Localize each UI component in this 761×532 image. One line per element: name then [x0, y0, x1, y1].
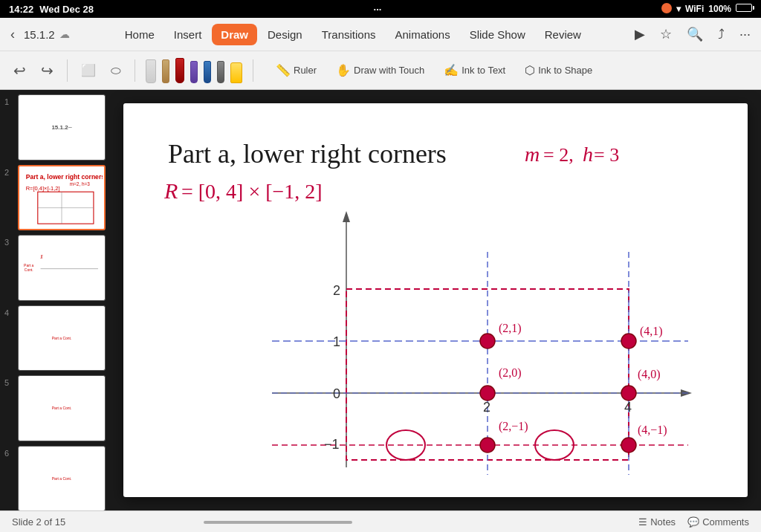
slide-thumb-2[interactable]: 2 Part a, lower right corners m=2, h=3 R… [4, 165, 106, 231]
svg-text:(2,1): (2,1) [499, 322, 522, 335]
play-button[interactable]: ▶ [630, 22, 650, 47]
svg-text:Part a, lower right corners: Part a, lower right corners [168, 139, 447, 169]
draw-with-touch-button[interactable]: ✋ Draw with Touch [328, 59, 432, 81]
ruler-label: Ruler [294, 65, 317, 76]
toolbar-separator-1 [67, 59, 68, 82]
star-button[interactable]: ☆ [655, 22, 676, 47]
notes-button[interactable]: ☰ Notes [638, 516, 676, 528]
tab-animations[interactable]: Animations [386, 24, 459, 45]
slide-number-3: 3 [4, 235, 15, 247]
tab-slideshow[interactable]: Slide Show [461, 24, 534, 45]
svg-text:m=2, h=3: m=2, h=3 [70, 181, 91, 186]
ink-shape-icon: ⬡ [525, 63, 535, 77]
svg-text:(4,0): (4,0) [638, 368, 661, 381]
status-bar: 14:22 Wed Dec 28 ··· ▾ WiFi 100% [0, 0, 761, 18]
draw-toolbar: ↩ ↪ ⬜ ⬭ [0, 51, 761, 89]
ink-to-text-label: Ink to Text [462, 65, 505, 76]
comments-icon: 💬 [687, 516, 699, 528]
cloud-icon: ☁ [59, 28, 70, 40]
battery-label: 100% [708, 4, 731, 14]
search-button[interactable]: 🔍 [682, 22, 707, 47]
slide-number-1: 1 [4, 94, 15, 106]
slide-number-2: 2 [4, 165, 15, 177]
svg-text:4: 4 [624, 400, 632, 415]
slide-thumb-4[interactable]: 4 Part a Cont. [4, 305, 106, 372]
svg-text:2: 2 [483, 400, 490, 415]
svg-text:R=[0,4]×[-1,2]: R=[0,4]×[-1,2] [26, 185, 60, 192]
svg-point-34 [621, 386, 636, 400]
main-nav: ‹ 15.1.2 ☁ Home Insert Draw Design Trans… [0, 18, 761, 51]
tab-home[interactable]: Home [116, 24, 163, 45]
time: 14:22 [9, 4, 33, 15]
svg-text:2: 2 [333, 283, 340, 298]
touch-icon: ✋ [336, 63, 351, 77]
slide-number-6: 6 [4, 446, 15, 458]
purple-pen-tool[interactable] [189, 59, 199, 85]
slide-number-5: 5 [4, 375, 15, 387]
scroll-bar[interactable] [204, 521, 352, 524]
ink-to-text-button[interactable]: ✍ Ink to Text [436, 59, 513, 81]
tab-insert[interactable]: Insert [165, 24, 211, 45]
svg-text:h: h [583, 143, 593, 166]
tab-draw[interactable]: Draw [212, 24, 257, 45]
toolbar-separator-3 [253, 59, 253, 82]
undo-button[interactable]: ↩ [9, 59, 30, 82]
notes-icon: ☰ [638, 516, 647, 528]
red-pen-tool[interactable] [174, 56, 186, 85]
svg-marker-16 [343, 211, 350, 222]
svg-text:∫∫: ∫∫ [40, 254, 44, 259]
ruler-icon: 📏 [276, 63, 291, 77]
status-center: ··· [374, 4, 382, 15]
slide-preview-2: Part a, lower right corners m=2, h=3 R=[… [18, 165, 106, 231]
redo-button[interactable]: ↪ [36, 59, 58, 82]
toolbar-container: ‹ 15.1.2 ☁ Home Insert Draw Design Trans… [0, 18, 761, 90]
share-button[interactable]: ⤴ [713, 22, 729, 47]
tab-review[interactable]: Review [536, 24, 590, 45]
wifi-label: WiFi [685, 4, 704, 14]
ruler-button[interactable]: 📏 Ruler [268, 59, 324, 81]
notes-label: Notes [650, 516, 676, 528]
comments-button[interactable]: 💬 Comments [687, 516, 749, 528]
tab-transitions[interactable]: Transitions [313, 24, 385, 45]
slide-thumb-6[interactable]: 6 Part a Cont. [4, 446, 106, 511]
ink-text-icon: ✍ [444, 63, 459, 77]
svg-text:(2,0): (2,0) [499, 366, 522, 380]
back-button[interactable]: ‹ [6, 22, 19, 47]
white-pen-tool[interactable] [144, 58, 158, 85]
slide-thumb-5[interactable]: 5 Part a Cont. [4, 375, 106, 441]
draw-with-touch-label: Draw with Touch [354, 65, 424, 76]
record-indicator [661, 3, 672, 16]
comments-label: Comments [702, 516, 749, 528]
draw-feature-buttons: 📏 Ruler ✋ Draw with Touch ✍ Ink to Text … [268, 59, 600, 81]
svg-point-35 [480, 438, 495, 452]
nav-left: ‹ 15.1.2 ☁ [6, 22, 70, 47]
svg-text:= 2,: = 2, [543, 144, 574, 166]
ink-to-shape-label: Ink to Shape [538, 65, 592, 76]
main-content: 1 15.1.2— 2 Part a, lower right corners … [0, 90, 761, 510]
dots-icon: ··· [374, 4, 382, 15]
slide-thumb-3[interactable]: 3 Part a Cont. ∫∫ [4, 235, 106, 301]
slide-canvas[interactable]: Part a, lower right corners m = 2, h = 3… [123, 103, 748, 497]
slide-preview-5: Part a Cont. [18, 375, 106, 441]
pencil-tool[interactable] [161, 58, 171, 85]
pen-tools-group [144, 56, 244, 85]
svg-text:(2,−1): (2,−1) [499, 420, 528, 433]
slide-thumb-1[interactable]: 1 15.1.2— [4, 94, 106, 160]
ink-to-shape-button[interactable]: ⬡ Ink to Shape [517, 59, 600, 81]
bottom-right-actions: ☰ Notes 💬 Comments [638, 516, 749, 528]
more-button[interactable]: ··· [735, 22, 755, 47]
blue-pen-tool[interactable] [202, 59, 213, 85]
svg-text:= 3: = 3 [594, 144, 619, 166]
nav-center: Home Insert Draw Design Transitions Anim… [79, 24, 627, 45]
gray-pen-tool[interactable] [216, 59, 226, 85]
lasso-tool[interactable]: ⬭ [106, 61, 126, 80]
highlighter-tool[interactable] [229, 61, 244, 85]
tab-design[interactable]: Design [259, 24, 311, 45]
slide-preview-3: Part a Cont. ∫∫ [18, 235, 106, 301]
battery-icon [736, 4, 752, 14]
slide-panel: 1 15.1.2— 2 Part a, lower right corners … [0, 90, 110, 510]
svg-text:R: R [163, 178, 178, 203]
selection-tool[interactable]: ⬜ [77, 60, 100, 80]
svg-text:1: 1 [333, 334, 340, 349]
svg-text:= [0, 4] × [−1, 2]: = [0, 4] × [−1, 2] [181, 180, 323, 203]
